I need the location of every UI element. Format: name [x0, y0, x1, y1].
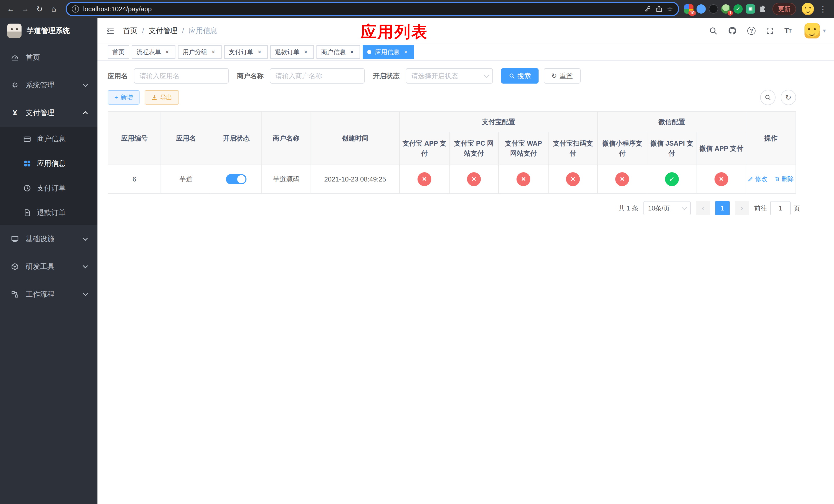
next-page-button[interactable]: ›: [735, 201, 749, 215]
merchant-name-input[interactable]: [270, 68, 365, 84]
extension-avatar-icon[interactable]: 1: [721, 4, 730, 14]
profile-avatar[interactable]: [802, 3, 814, 15]
tab-label: 商户信息: [321, 48, 346, 56]
github-icon[interactable]: [728, 26, 737, 36]
bookmark-star-icon[interactable]: ☆: [667, 5, 673, 13]
reload-icon[interactable]: ↻: [33, 2, 46, 16]
page-number-button[interactable]: 1: [715, 201, 730, 215]
close-icon[interactable]: ×: [210, 48, 217, 55]
app-name-input[interactable]: [134, 68, 229, 84]
cell-wechat-lite: [597, 165, 647, 193]
search-icon[interactable]: [709, 26, 718, 35]
back-icon[interactable]: ←: [4, 2, 18, 16]
sidebar-item-app-info[interactable]: 应用信息: [0, 151, 97, 176]
table-toolbar: + 新增 导出: [108, 90, 796, 105]
close-icon[interactable]: ×: [402, 48, 409, 55]
page-size-select[interactable]: 10条/页: [643, 201, 690, 215]
sidebar-item-pay-order[interactable]: 支付订单: [0, 176, 97, 201]
tab-refund-order[interactable]: 退款订单 ×: [270, 45, 314, 59]
logo-avatar: [7, 24, 22, 38]
extension-chat-icon[interactable]: ▣: [746, 4, 755, 14]
sidebar-logo[interactable]: 芋道管理系统: [0, 18, 97, 44]
flow-icon: [10, 290, 20, 298]
status-check-icon: [665, 172, 679, 186]
home-icon[interactable]: ⌂: [47, 2, 61, 16]
cell-alipay-app: [399, 165, 449, 193]
toggle-search-button[interactable]: [760, 90, 775, 105]
breadcrumb-payment[interactable]: 支付管理: [149, 26, 177, 36]
user-menu[interactable]: ▾: [805, 23, 826, 39]
sidebar-item-workflow[interactable]: 工作流程: [0, 280, 97, 308]
tab-label: 用户分组: [182, 48, 207, 56]
close-icon[interactable]: ×: [302, 48, 309, 55]
document-icon: [23, 209, 32, 217]
col-header-wechat-jsapi: 微信 JSAPI 支付: [647, 132, 697, 165]
sidebar-item-merchant-info[interactable]: 商户信息: [0, 127, 97, 151]
user-avatar: [805, 23, 820, 39]
forward-icon[interactable]: →: [19, 2, 32, 16]
sidebar-item-label: 支付订单: [37, 183, 66, 193]
refresh-table-button[interactable]: ↻: [781, 90, 796, 105]
search-button[interactable]: 搜索: [501, 68, 539, 84]
col-header-alipay-pc: 支付宝 PC 网站支付: [449, 132, 499, 165]
delete-link[interactable]: 删除: [774, 175, 794, 183]
chevron-up-icon: [83, 111, 88, 116]
browser-menu-icon[interactable]: ⋮: [817, 5, 829, 14]
status-toggle[interactable]: [226, 174, 246, 184]
edit-link[interactable]: 修改: [748, 175, 767, 183]
sidebar-item-system[interactable]: 系统管理: [0, 71, 97, 99]
help-icon[interactable]: ?: [747, 27, 755, 35]
site-info-icon[interactable]: i: [72, 5, 79, 13]
navbar-actions: ? TT ▾: [709, 23, 826, 39]
sidebar-item-home[interactable]: 首页: [0, 44, 97, 71]
fullscreen-icon[interactable]: [766, 27, 774, 35]
url-text[interactable]: localhost:1024/pay/app: [83, 5, 639, 13]
extension-dark-icon[interactable]: [709, 4, 718, 14]
extensions-puzzle-icon[interactable]: [758, 4, 767, 14]
tab-merchant-info[interactable]: 商户信息 ×: [316, 45, 360, 59]
extensions-cluster: 10 1 ✓ ▣ 更新 ⋮: [684, 3, 830, 15]
merchant-name-label: 商户名称: [237, 71, 264, 81]
tab-label: 退款订单: [275, 48, 300, 56]
sidebar-item-dev-tools[interactable]: 研发工具: [0, 253, 97, 280]
share-icon[interactable]: [655, 5, 663, 13]
close-icon[interactable]: ×: [348, 48, 355, 55]
cell-actions: 修改 删除: [746, 165, 796, 193]
pencil-icon: [748, 176, 753, 182]
col-header-wechat-app: 微信 APP 支付: [697, 132, 746, 165]
sidebar-item-infrastructure[interactable]: 基础设施: [0, 225, 97, 253]
pagination-total: 共 1 条: [618, 204, 638, 212]
export-button-label: 导出: [160, 93, 172, 101]
breadcrumb-home[interactable]: 首页: [123, 26, 137, 36]
sidebar-item-payment[interactable]: ¥ 支付管理: [0, 99, 97, 127]
extension-grid-icon[interactable]: 10: [684, 4, 694, 14]
tab-user-group[interactable]: 用户分组 ×: [178, 45, 222, 59]
trash-icon: [774, 176, 780, 182]
search-form: 应用名 商户名称 开启状态 请选择开启状态: [108, 68, 796, 84]
add-button[interactable]: + 新增: [108, 90, 139, 105]
tab-pay-order[interactable]: 支付订单 ×: [224, 45, 268, 59]
font-large-glyph: T: [784, 26, 788, 35]
address-bar[interactable]: i localhost:1024/pay/app ☆: [66, 2, 679, 16]
font-size-icon[interactable]: TT: [784, 26, 791, 35]
status-select[interactable]: 请选择开启状态: [406, 68, 493, 84]
tab-process-form[interactable]: 流程表单 ×: [132, 45, 175, 59]
tab-app-info-active[interactable]: 应用信息 ×: [363, 45, 414, 59]
goto-page-input[interactable]: [770, 201, 791, 215]
col-header-wechat-lite: 微信小程序支付: [597, 132, 647, 165]
export-button[interactable]: 导出: [145, 90, 179, 105]
chrome-update-button[interactable]: 更新: [772, 3, 796, 15]
extension-drop-icon[interactable]: [697, 4, 706, 14]
close-icon[interactable]: ×: [256, 48, 263, 55]
sidebar-fold-icon[interactable]: [97, 18, 123, 44]
reset-button[interactable]: ↻ 重置: [544, 68, 580, 84]
col-header-created: 创建时间: [311, 112, 399, 165]
close-icon[interactable]: ×: [163, 48, 171, 55]
cell-created: 2021-10-23 08:49:25: [311, 165, 399, 193]
tags-view-bar: 首页 流程表单 × 用户分组 × 支付订单 × 退款订单 ×: [97, 44, 834, 61]
password-key-icon[interactable]: [643, 5, 651, 13]
prev-page-button[interactable]: ‹: [696, 201, 710, 215]
tab-home[interactable]: 首页: [108, 45, 129, 59]
extension-check-icon[interactable]: ✓: [733, 4, 743, 14]
sidebar-item-refund-order[interactable]: 退款订单: [0, 201, 97, 225]
